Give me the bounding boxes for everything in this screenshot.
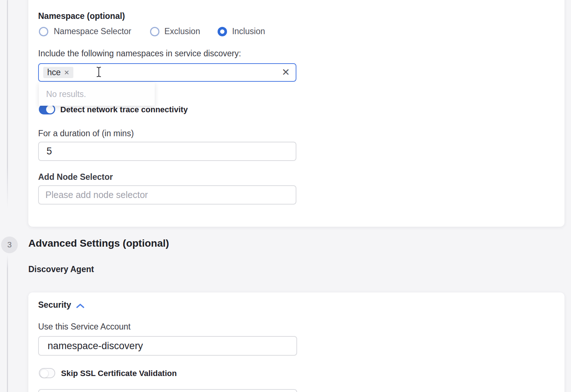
clear-input-icon[interactable]: ✕ bbox=[282, 68, 290, 77]
radio-inclusion-label[interactable]: Inclusion bbox=[232, 27, 265, 36]
namespaces-multiselect-input[interactable]: hce ✕ ✕ bbox=[38, 63, 296, 82]
radio-inclusion[interactable] bbox=[218, 27, 227, 36]
text-cursor-icon bbox=[95, 66, 102, 79]
detect-network-trace-label: Detect network trace connectivity bbox=[60, 105, 188, 114]
namespace-optional-label: Namespace (optional) bbox=[38, 11, 125, 21]
duration-input[interactable] bbox=[38, 142, 296, 161]
step2-connector-line bbox=[7, 0, 8, 209]
detect-network-trace-toggle[interactable] bbox=[39, 104, 55, 114]
toggle-knob bbox=[46, 105, 54, 113]
service-account-label: Use this Service Account bbox=[38, 322, 130, 332]
step3-number-badge: 3 bbox=[1, 237, 18, 253]
partial-input-below[interactable] bbox=[38, 389, 297, 392]
radio-exclusion-label[interactable]: Exclusion bbox=[165, 27, 200, 36]
toggle-knob bbox=[40, 369, 49, 378]
include-namespaces-label: Include the following namespaces in serv… bbox=[38, 49, 241, 58]
dropdown-no-results-message: No results. bbox=[39, 82, 155, 106]
skip-ssl-label: Skip SSL Certificate Validation bbox=[61, 369, 177, 378]
service-account-input[interactable] bbox=[38, 336, 297, 356]
node-selector-input[interactable] bbox=[38, 185, 296, 205]
namespace-tag-chip[interactable]: hce ✕ bbox=[43, 67, 73, 78]
step3-title: Advanced Settings (optional) bbox=[28, 238, 169, 249]
step3-connector-line bbox=[7, 255, 8, 392]
namespace-mode-radio-group: Namespace Selector Exclusion Inclusion bbox=[39, 27, 265, 36]
security-section-header[interactable]: Security bbox=[38, 300, 85, 310]
step3-number: 3 bbox=[7, 240, 12, 250]
security-title: Security bbox=[38, 300, 71, 310]
radio-namespace-selector[interactable] bbox=[39, 27, 48, 36]
namespace-tag-label: hce bbox=[47, 68, 61, 77]
skip-ssl-toggle[interactable] bbox=[39, 368, 55, 378]
discovery-agent-label: Discovery Agent bbox=[28, 264, 94, 274]
add-node-selector-label: Add Node Selector bbox=[38, 172, 113, 182]
tag-remove-icon[interactable]: ✕ bbox=[64, 69, 69, 76]
duration-label: For a duration of (in mins) bbox=[38, 129, 134, 138]
chevron-up-icon bbox=[76, 303, 85, 309]
radio-namespace-selector-label[interactable]: Namespace Selector bbox=[54, 27, 131, 36]
radio-exclusion[interactable] bbox=[150, 27, 159, 36]
namespaces-dropdown: No results. bbox=[39, 82, 155, 106]
